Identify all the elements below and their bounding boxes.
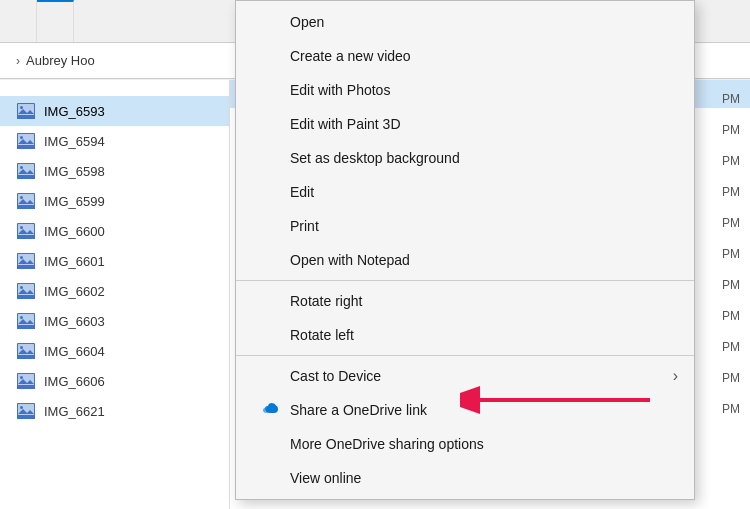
svg-point-48 [20,376,23,379]
pm-1: PM [722,85,740,113]
svg-point-28 [20,256,23,259]
pm-5: PM [722,209,740,237]
tab-view[interactable] [0,0,37,42]
file-item[interactable]: IMG_6603 [0,306,229,336]
menu-label: Rotate left [290,327,354,343]
file-name: IMG_6604 [44,344,105,359]
file-item[interactable]: IMG_6606 [0,366,229,396]
pm-10: PM [722,364,740,392]
file-name: IMG_6598 [44,164,105,179]
menu-icon [260,468,280,488]
svg-point-3 [20,106,23,109]
file-name: IMG_6594 [44,134,105,149]
svg-point-38 [20,316,23,319]
breadcrumb-chevron: › [16,54,20,68]
menu-label: Share a OneDrive link [290,402,427,418]
file-item[interactable]: IMG_6604 [0,336,229,366]
file-item[interactable]: IMG_6621 [0,396,229,426]
file-list: IMG_6593 IMG_6594 IMG_6598 IMG_6599 IMG_… [0,96,229,426]
menu-item-more-onedrive[interactable]: More OneDrive sharing options [236,427,694,461]
svg-rect-6 [18,134,34,146]
menu-item-edit[interactable]: Edit [236,175,694,209]
file-item[interactable]: IMG_6594 [0,126,229,156]
svg-rect-26 [18,254,34,266]
menu-item-print[interactable]: Print [236,209,694,243]
menu-item-rotate-left[interactable]: Rotate left [236,318,694,352]
menu-item-edit-photos[interactable]: Edit with Photos [236,73,694,107]
pm-8: PM [722,302,740,330]
pm-labels: PM PM PM PM PM PM PM PM PM PM PM [722,85,740,423]
svg-rect-4 [17,115,35,119]
menu-item-view-online[interactable]: View online [236,461,694,495]
onedrive-icon [260,400,280,420]
pm-3: PM [722,147,740,175]
svg-rect-21 [18,224,34,236]
svg-rect-34 [17,295,35,299]
file-name: IMG_6601 [44,254,105,269]
svg-rect-24 [17,235,35,239]
file-name: IMG_6599 [44,194,105,209]
svg-rect-46 [18,374,34,386]
svg-rect-29 [17,265,35,269]
file-list-header [0,80,229,96]
menu-icon [260,325,280,345]
menu-icon [260,216,280,236]
menu-item-open-notepad[interactable]: Open with Notepad [236,243,694,277]
menu-icon [260,80,280,100]
svg-rect-14 [17,175,35,179]
menu-item-set-desktop[interactable]: Set as desktop background [236,141,694,175]
svg-point-13 [20,166,23,169]
svg-rect-36 [18,314,34,326]
file-item[interactable]: IMG_6598 [0,156,229,186]
menu-label: Edit [290,184,314,200]
svg-point-43 [20,346,23,349]
menu-icon [260,434,280,454]
menu-item-create-video[interactable]: Create a new video [236,39,694,73]
file-item[interactable]: IMG_6601 [0,246,229,276]
menu-label: Cast to Device [290,368,381,384]
menu-icon [260,114,280,134]
menu-icon [260,182,280,202]
pm-2: PM [722,116,740,144]
pm-4: PM [722,178,740,206]
file-name: IMG_6606 [44,374,105,389]
svg-rect-41 [18,344,34,356]
menu-label: Open with Notepad [290,252,410,268]
arrow-annotation [460,375,660,425]
menu-label: More OneDrive sharing options [290,436,484,452]
file-item[interactable]: IMG_6600 [0,216,229,246]
file-panel: IMG_6593 IMG_6594 IMG_6598 IMG_6599 IMG_… [0,80,230,509]
tab-picture-tools[interactable] [37,0,74,42]
svg-rect-31 [18,284,34,296]
file-item[interactable]: IMG_6593 [0,96,229,126]
svg-point-8 [20,136,23,139]
svg-rect-9 [17,145,35,149]
svg-rect-19 [17,205,35,209]
file-item[interactable]: IMG_6599 [0,186,229,216]
address-part-folder: Aubrey Hoo [26,53,95,68]
menu-label: View online [290,470,361,486]
file-name: IMG_6602 [44,284,105,299]
svg-point-33 [20,286,23,289]
menu-item-edit-paint3d[interactable]: Edit with Paint 3D [236,107,694,141]
svg-point-23 [20,226,23,229]
menu-label: Set as desktop background [290,150,460,166]
menu-item-open[interactable]: Open [236,5,694,39]
menu-icon [260,250,280,270]
menu-label: Edit with Photos [290,82,390,98]
svg-rect-49 [17,385,35,389]
menu-label: Print [290,218,319,234]
svg-rect-51 [18,404,34,416]
file-name: IMG_6621 [44,404,105,419]
menu-item-rotate-right[interactable]: Rotate right [236,284,694,318]
file-name: IMG_6593 [44,104,105,119]
pm-6: PM [722,240,740,268]
svg-point-18 [20,196,23,199]
menu-icon [260,148,280,168]
svg-rect-16 [18,194,34,206]
menu-label: Create a new video [290,48,411,64]
file-name: IMG_6600 [44,224,105,239]
file-item[interactable]: IMG_6602 [0,276,229,306]
menu-icon [260,12,280,32]
menu-icon [260,366,280,386]
